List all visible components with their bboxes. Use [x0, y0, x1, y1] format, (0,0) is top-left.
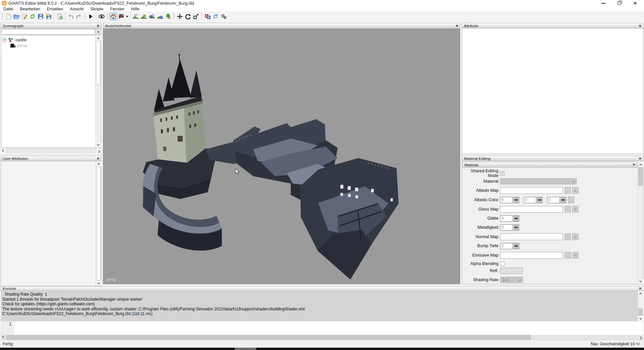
glaette-input[interactable]	[500, 215, 513, 222]
gloss-map-input[interactable]	[500, 206, 563, 213]
albedo-map-input[interactable]	[500, 187, 563, 194]
camera-off-icon[interactable]	[117, 12, 125, 20]
tree-node-persp[interactable]: persp	[1, 43, 101, 48]
shared-editing-checkbox[interactable]: ✓	[500, 171, 504, 176]
camera-dropdown-icon[interactable]	[125, 12, 129, 20]
normal-map-browse-button[interactable]: ...	[565, 233, 571, 240]
edit-notepad-icon[interactable]	[20, 12, 29, 20]
tree-node-castle[interactable]: + castle	[1, 37, 101, 43]
scenegraph-horizontal-scrollbar[interactable]	[1, 148, 101, 153]
spinner-icon[interactable]: ◀▶	[537, 197, 543, 203]
scroll-left-icon[interactable]	[1, 148, 6, 154]
save-as-new-icon[interactable]	[45, 12, 53, 20]
menu-hilfe[interactable]: Hilfe	[128, 6, 143, 11]
undo-icon[interactable]	[67, 12, 75, 20]
spinner-icon[interactable]: ◀▶	[560, 197, 566, 203]
material-editing-close-icon[interactable]: ×	[639, 156, 641, 161]
viewport-header[interactable]: Ansichtsfenster ×	[103, 23, 460, 29]
frame-home-icon[interactable]	[109, 12, 117, 20]
console-vertical-scrollbar[interactable]	[638, 291, 643, 321]
reload-icon[interactable]	[29, 12, 37, 20]
user-attributes-close-icon[interactable]: ×	[97, 156, 99, 161]
tree-brush-icon[interactable]	[164, 12, 172, 20]
menu-ansicht[interactable]: Ansicht	[66, 6, 87, 11]
normal-map-clear-button[interactable]: ×	[572, 233, 579, 240]
spinner-icon[interactable]: ◀▶	[514, 243, 519, 249]
open-folder-icon[interactable]	[12, 12, 20, 20]
console-close-icon[interactable]: ×	[639, 286, 641, 291]
scroll-up-icon[interactable]	[96, 36, 101, 41]
scenegraph-filter-input[interactable]	[1, 29, 95, 35]
scroll-left-icon[interactable]	[1, 335, 6, 340]
scroll-up-icon[interactable]	[96, 161, 101, 166]
save-icon[interactable]	[37, 12, 45, 20]
scroll-down-icon[interactable]	[96, 281, 101, 286]
terrain-smooth-icon[interactable]	[140, 12, 148, 20]
scenegraph-vertical-scrollbar[interactable]	[95, 36, 101, 147]
restore-button[interactable]	[618, 2, 621, 5]
gloss-map-clear-button[interactable]: ×	[572, 206, 579, 213]
attribute-header[interactable]: Attribute ×	[462, 23, 643, 29]
albedo-color-picker-button[interactable]: ...	[568, 196, 574, 203]
attribute-close-icon[interactable]: ×	[639, 24, 641, 28]
material-editing-header[interactable]: Material Editing ×	[462, 156, 643, 161]
emissive-map-browse-button[interactable]: ...	[565, 252, 571, 259]
alpha-blending-checkbox[interactable]	[500, 262, 504, 266]
refl-input[interactable]	[500, 267, 523, 274]
console-command-editor[interactable]: 1	[1, 321, 643, 335]
close-window-button[interactable]: ✕	[633, 1, 637, 6]
material-section-header[interactable]: Material	[462, 162, 638, 168]
shading-rate-dropdown[interactable]: 1x1	[500, 277, 523, 283]
menu-skripte[interactable]: Skripte	[87, 6, 107, 11]
editor-text-area[interactable]	[15, 321, 643, 335]
normal-map-input[interactable]	[500, 233, 563, 240]
rotate-tool-icon[interactable]	[184, 12, 192, 20]
scroll-down-icon[interactable]	[96, 142, 101, 147]
console-header[interactable]: Konsole ×	[1, 286, 643, 291]
scroll-up-icon[interactable]	[638, 162, 643, 167]
emissive-map-clear-button[interactable]: ×	[572, 252, 579, 259]
console-horizontal-scrollbar[interactable]	[1, 335, 643, 340]
play-icon[interactable]	[87, 12, 95, 20]
import-file-icon[interactable]	[56, 12, 64, 20]
material-scrollbar[interactable]	[638, 162, 643, 284]
scroll-right-icon[interactable]	[96, 148, 101, 154]
scale-tool-icon[interactable]	[192, 12, 200, 20]
gloss-map-browse-button[interactable]: ...	[565, 206, 571, 213]
albedo-color-b-input[interactable]	[547, 197, 560, 203]
metalligkeit-input[interactable]	[500, 224, 513, 231]
albedo-map-browse-button[interactable]: ...	[565, 187, 571, 194]
emissive-map-input[interactable]	[500, 252, 563, 259]
spinner-icon[interactable]: ◀▶	[514, 224, 519, 231]
menu-bearbeiten[interactable]: Bearbeiten	[16, 6, 43, 11]
material-dropdown[interactable]	[500, 178, 577, 184]
terrain-sculpt-icon[interactable]	[132, 12, 140, 20]
gears-icon[interactable]	[220, 12, 228, 20]
scenegraph-filter-clear-button[interactable]: X	[96, 29, 101, 35]
text-cube-icon[interactable]: AB	[204, 12, 212, 20]
console-log[interactable]: Shading Rate Quality: 1 Started 1 thread…	[1, 291, 638, 321]
new-file-icon[interactable]	[4, 12, 12, 20]
scenegraph-header[interactable]: Scenegraph ×	[1, 23, 101, 29]
spinner-icon[interactable]: ◀▶	[514, 197, 519, 203]
redo-icon[interactable]	[75, 12, 83, 20]
bump-tiefe-input[interactable]	[500, 243, 513, 249]
scroll-down-icon[interactable]	[638, 316, 643, 321]
menu-fenster[interactable]: Fenster	[107, 6, 127, 11]
albedo-map-clear-button[interactable]: ×	[572, 187, 579, 194]
terrain-info-icon[interactable]: i	[156, 12, 164, 20]
albedo-color-g-input[interactable]	[524, 197, 536, 203]
user-attributes-header[interactable]: User Attributes ×	[1, 156, 101, 161]
scroll-right-icon[interactable]	[638, 335, 643, 340]
spinner-icon[interactable]: ◀▶	[514, 215, 519, 222]
visibility-eye-icon[interactable]	[98, 12, 106, 20]
foliage-paint-icon[interactable]	[148, 12, 156, 20]
scroll-up-icon[interactable]	[638, 291, 643, 296]
menu-datei[interactable]: Datei	[0, 6, 16, 11]
viewport-canvas[interactable]: persp	[103, 29, 460, 284]
section-collapse-icon[interactable]	[633, 164, 635, 166]
albedo-color-r-input[interactable]	[500, 197, 513, 203]
minimize-button[interactable]	[601, 3, 605, 4]
scenegraph-close-icon[interactable]: ×	[97, 24, 99, 28]
viewport-close-icon[interactable]: ×	[455, 24, 458, 28]
